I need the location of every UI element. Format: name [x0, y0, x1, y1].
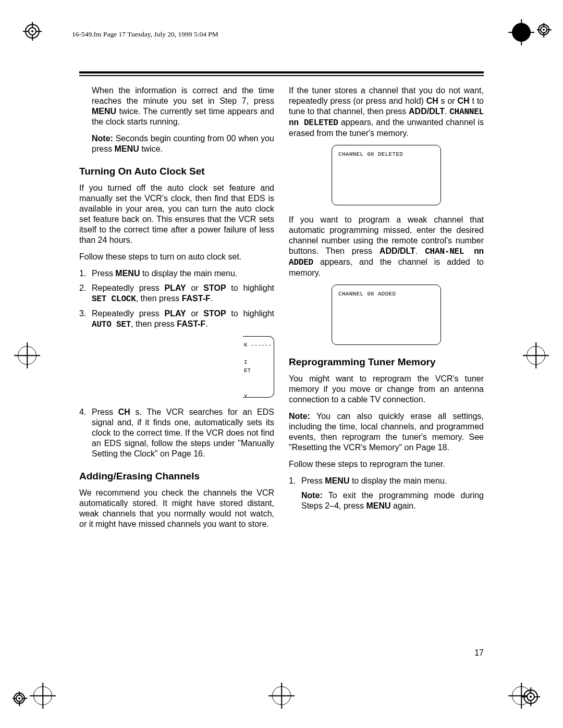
page-number: 17 [474, 648, 484, 658]
register-mark-icon [25, 24, 40, 39]
header-metadata: 16-549.fm Page 17 Tuesday, July 20, 1999… [72, 30, 218, 39]
note-paragraph: Note: You can also quickly erase all set… [289, 411, 484, 453]
step-item: 4. Press CH s. The VCR searches for an E… [79, 407, 274, 459]
left-column: When the information is correct and the … [79, 85, 274, 536]
note-paragraph: Note: Seconds begin counting from 00 whe… [79, 133, 274, 154]
paragraph: Follow these steps to turn on auto clock… [79, 252, 274, 262]
heading-auto-clock: Turning On Auto Clock Set [79, 166, 274, 178]
step-item: 2. Repeatedly press PLAY or STOP to high… [79, 283, 274, 304]
step-item: 1. Press MENU to display the main menu. [79, 268, 274, 279]
register-mark-icon [33, 686, 52, 705]
register-mark-icon [512, 686, 531, 705]
register-mark-icon [512, 23, 531, 42]
paragraph: You might want to reprogram the VCR's tu… [289, 374, 484, 405]
osd-screen-clip: K ------ I ET Y [243, 336, 274, 398]
register-mark-icon [527, 346, 545, 365]
paragraph: If you turned off the auto clock set fea… [79, 183, 274, 245]
step-item: 1. Press MENU to display the main menu. … [289, 476, 484, 511]
osd-screen-added: CHANNEL 08 ADDED [332, 285, 441, 345]
paragraph: When the information is correct and the … [79, 85, 274, 127]
content-area: When the information is correct and the … [79, 71, 484, 658]
paragraph: If you want to program a weak channel th… [289, 215, 484, 278]
paragraph: Follow these steps to reprogram the tune… [289, 459, 484, 470]
paragraph: If the tuner stores a channel that you d… [289, 85, 484, 139]
register-mark-icon [272, 686, 291, 705]
register-mark-icon [523, 689, 538, 704]
heading-reprogramming: Reprogramming Tuner Memory [289, 356, 484, 368]
step-note: Note: To exit the programming mode durin… [301, 490, 484, 511]
osd-screen-deleted: CHANNEL 08 DELETED [332, 145, 441, 205]
register-mark-icon [18, 346, 36, 365]
register-mark-icon [14, 693, 25, 704]
register-mark-icon [538, 24, 549, 35]
paragraph: We recommend you check the channels the … [79, 488, 274, 529]
step-item: 3. Repeatedly press PLAY or STOP to high… [79, 309, 274, 330]
right-column: If the tuner stores a channel that you d… [289, 85, 484, 536]
heading-adding-erasing: Adding/Erasing Channels [79, 471, 274, 483]
document-page: 16-549.fm Page 17 Tuesday, July 20, 1999… [0, 0, 563, 728]
header-rules [79, 71, 484, 76]
